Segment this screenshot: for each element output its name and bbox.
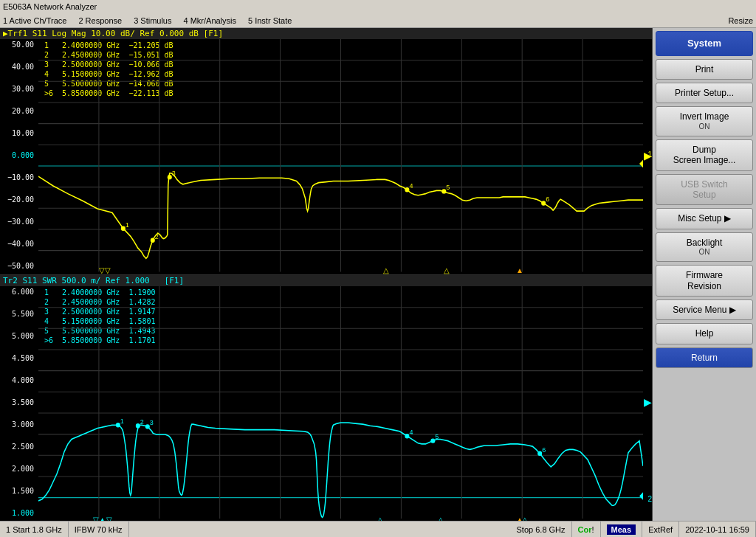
app-title: E5063A Network Analyzer (3, 2, 97, 11)
menu-bar: 1 Active Ch/Trace 2 Response 3 Stimulus … (0, 13, 756, 28)
invert-image-button[interactable]: Invert ImageON (656, 106, 753, 136)
svg-text:2: 2 (155, 232, 159, 240)
title-bar: E5063A Network Analyzer (0, 0, 756, 13)
bottom-chart-svg: 1 2 3 4 5 6 (38, 286, 643, 519)
svg-text:1: 1 (126, 221, 129, 228)
top-trace-label: 1 (647, 150, 652, 159)
top-chart-params: S11 Log Mag 10.00 dB/ Ref 0.000 dB [F1] (32, 29, 223, 38)
top-chart-header: ▶Trf1 S11 Log Mag 10.00 dB/ Ref 0.000 dB… (0, 28, 652, 39)
ifbw: IFBW 70 kHz (69, 522, 129, 537)
menu-response[interactable]: 2 Response (78, 16, 122, 25)
svg-text:5: 5 (446, 184, 450, 191)
sidebar-system-title: System (656, 31, 753, 56)
top-chart: ▶Trf1 S11 Log Mag 10.00 dB/ Ref 0.000 dB… (0, 28, 652, 275)
svg-text:4: 4 (409, 428, 413, 435)
top-y-axis: 50.00 40.00 30.00 20.00 10.00 0.000 −10.… (0, 39, 38, 272)
menu-mkr-analysis[interactable]: 4 Mkr/Analysis (183, 16, 236, 25)
main-area: ▶Trf1 S11 Log Mag 10.00 dB/ Ref 0.000 dB… (0, 28, 756, 521)
misc-setup-button[interactable]: Misc Setup ▶ (656, 208, 753, 229)
svg-marker-31 (639, 160, 643, 168)
svg-text:6: 6 (546, 195, 549, 203)
menu-instr-state[interactable]: 5 Instr State (248, 16, 292, 25)
print-button[interactable]: Print (656, 59, 753, 80)
svg-marker-63 (639, 492, 643, 500)
chart-area: ▶Trf1 S11 Log Mag 10.00 dB/ Ref 0.000 dB… (0, 28, 653, 521)
datetime: 2022-10-11 16:59 (679, 522, 756, 537)
svg-text:5: 5 (435, 433, 439, 440)
svg-text:6: 6 (542, 446, 546, 453)
sidebar: System Print Printer Setup... Invert Ima… (653, 28, 756, 521)
menu-stimulus[interactable]: 3 Stimulus (134, 16, 171, 25)
svg-text:1: 1 (120, 417, 124, 424)
help-button[interactable]: Help (656, 323, 753, 344)
bottom-chart-trace: Tr2 (3, 276, 18, 285)
meas-button[interactable]: Meas (601, 522, 643, 537)
bottom-chart-body: 6.000 5.500 5.000 4.500 4.000 3.500 3.00… (0, 286, 652, 519)
bottom-right-arrow: ▶ (644, 397, 652, 407)
start-freq: 1 Start 1.8 GHz (0, 522, 69, 537)
top-chart-trace: ▶Trf1 (3, 29, 27, 38)
bottom-trace-label: 2 (647, 495, 652, 503)
svg-text:3: 3 (172, 170, 176, 177)
menu-active-ch[interactable]: 1 Active Ch/Trace (3, 16, 66, 25)
resize-button[interactable]: Resize (728, 16, 753, 25)
top-chart-body: 50.00 40.00 30.00 20.00 10.00 0.000 −10.… (0, 39, 652, 272)
bottom-chart: Tr2 S11 SWR 500.0 m/ Ref 1.000 [F1] 6.00… (0, 275, 652, 522)
bottom-y-axis: 6.000 5.500 5.000 4.500 4.000 3.500 3.00… (0, 286, 38, 519)
cor-badge: Cor ! (572, 522, 601, 537)
return-button[interactable]: Return (656, 347, 753, 368)
service-menu-button[interactable]: Service Menu ▶ (656, 299, 753, 320)
bottom-chart-header: Tr2 S11 SWR 500.0 m/ Ref 1.000 [F1] (0, 275, 652, 286)
printer-setup-button[interactable]: Printer Setup... (656, 83, 753, 103)
svg-text:3: 3 (150, 418, 154, 426)
svg-text:4: 4 (409, 182, 413, 190)
bottom-chart-params: S11 SWR 500.0 m/ Ref 1.000 [F1] (23, 276, 185, 285)
firmware-revision-button[interactable]: FirmwareRevision (656, 265, 753, 297)
stop-freq: Stop 6.8 GHz (511, 522, 572, 537)
svg-text:2: 2 (140, 418, 144, 425)
backlight-button[interactable]: BacklightON (656, 232, 753, 262)
usb-switch-setup-button[interactable]: USB SwitchSetup (656, 174, 753, 206)
status-bar: 1 Start 1.8 GHz IFBW 70 kHz Stop 6.8 GHz… (0, 521, 756, 537)
top-chart-svg: 1 2 3 4 5 6 (38, 39, 643, 272)
dump-screen-button[interactable]: DumpScreen Image... (656, 139, 753, 171)
extref: ExtRef (642, 522, 679, 537)
